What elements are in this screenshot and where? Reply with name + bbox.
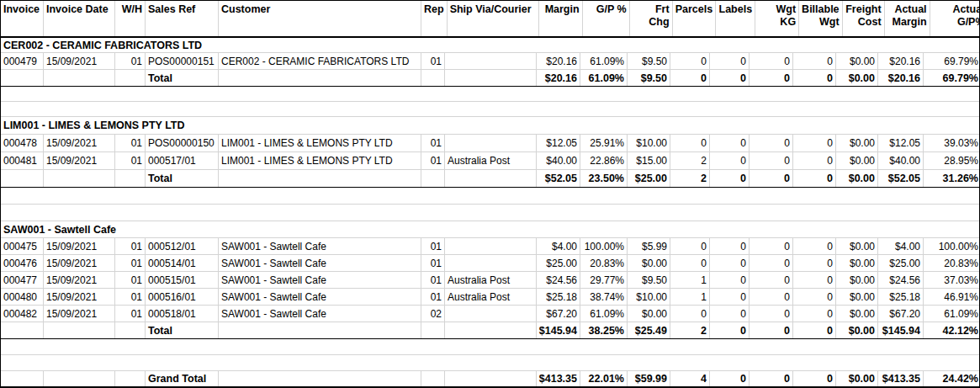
cell-rep[interactable]: [421, 371, 445, 386]
cell-invoice[interactable]: 000480: [1, 289, 44, 305]
cell-wgtkg[interactable]: 0: [750, 371, 793, 386]
cell-date[interactable]: 15/09/2021: [44, 53, 115, 69]
cell-actmargin[interactable]: $25.00: [878, 255, 924, 271]
cell-freight[interactable]: $0.00: [836, 53, 878, 69]
cell-shipvia[interactable]: [445, 255, 537, 271]
cell-wh[interactable]: 01: [115, 238, 146, 254]
cell-rep[interactable]: 01: [421, 238, 445, 254]
header-cell-shipvia[interactable]: Ship Via/Courier: [448, 1, 539, 36]
cell-billable[interactable]: 0: [793, 272, 836, 288]
cell-labels[interactable]: 0: [710, 306, 750, 322]
cell-actgp[interactable]: 24.42%: [924, 371, 980, 386]
cell-salesref[interactable]: 000518/01: [146, 306, 219, 322]
cell-billable[interactable]: 0: [793, 306, 836, 322]
cell-gp[interactable]: 20.83%: [580, 255, 628, 271]
cell-actmargin[interactable]: $24.56: [878, 272, 924, 288]
header-cell-billable[interactable]: Billable Wgt: [799, 1, 842, 36]
cell-rep[interactable]: [421, 322, 445, 338]
cell-invoice[interactable]: [1, 371, 44, 386]
cell-salesref[interactable]: 000517/01: [146, 152, 219, 169]
cell-parcels[interactable]: 0: [670, 238, 710, 254]
cell-freight[interactable]: $0.00: [836, 255, 878, 271]
cell-shipvia[interactable]: [445, 306, 537, 322]
cell-wgtkg[interactable]: 0: [750, 272, 793, 288]
cell-frtchg[interactable]: $0.00: [628, 255, 670, 271]
cell-invoice[interactable]: 000481: [1, 152, 44, 169]
header-cell-gp[interactable]: G/P %: [583, 1, 630, 36]
cell-wh[interactable]: [115, 371, 146, 386]
header-cell-actmargin[interactable]: Actual Margin: [885, 1, 930, 36]
cell-frtchg[interactable]: $10.00: [628, 135, 670, 151]
cell-actgp[interactable]: 20.83%: [924, 255, 980, 271]
cell-date[interactable]: 15/09/2021: [44, 152, 115, 169]
cell-customer[interactable]: SAW001 - Sawtell Cafe: [219, 238, 421, 254]
cell-actmargin[interactable]: $20.16: [878, 70, 924, 86]
cell-customer[interactable]: [219, 70, 421, 86]
cell-rep[interactable]: 01: [421, 255, 445, 271]
cell-invoice[interactable]: [1, 170, 44, 187]
cell-wgtkg[interactable]: 0: [750, 152, 793, 169]
header-cell-margin[interactable]: Margin: [539, 1, 583, 36]
cell-wh[interactable]: 01: [115, 289, 146, 305]
cell-salesref[interactable]: 000514/01: [146, 255, 219, 271]
cell-wh[interactable]: 01: [115, 53, 146, 69]
cell-actgp[interactable]: 46.91%: [924, 289, 980, 305]
cell-labels[interactable]: 0: [710, 170, 750, 187]
cell-frtchg[interactable]: $25.00: [628, 170, 670, 187]
cell-wh[interactable]: 01: [115, 272, 146, 288]
cell-gp[interactable]: 100.00%: [580, 238, 628, 254]
cell-billable[interactable]: 0: [793, 170, 836, 187]
cell-freight[interactable]: $0.00: [836, 238, 878, 254]
cell-date[interactable]: 15/09/2021: [44, 272, 115, 288]
cell-actmargin[interactable]: $145.94: [878, 322, 924, 338]
cell-customer[interactable]: [219, 322, 421, 338]
cell-date[interactable]: [44, 170, 115, 187]
cell-invoice[interactable]: 000478: [1, 135, 44, 151]
cell-shipvia[interactable]: [445, 70, 537, 86]
cell-salesref[interactable]: POS00000151: [146, 53, 219, 69]
cell-wgtkg[interactable]: 0: [750, 322, 793, 338]
cell-actgp[interactable]: 28.95%: [924, 152, 980, 169]
cell-labels[interactable]: 0: [710, 272, 750, 288]
cell-billable[interactable]: 0: [793, 371, 836, 386]
cell-frtchg[interactable]: $0.00: [628, 306, 670, 322]
group-header-label[interactable]: SAW001 - Sawtell Cafe: [1, 221, 979, 237]
cell-margin[interactable]: $20.16: [537, 53, 580, 69]
cell-labels[interactable]: 0: [710, 238, 750, 254]
cell-billable[interactable]: 0: [793, 70, 836, 86]
cell-date[interactable]: [44, 70, 115, 86]
cell-parcels[interactable]: 0: [670, 306, 710, 322]
cell-freight[interactable]: $0.00: [836, 70, 878, 86]
cell-salesref[interactable]: POS00000150: [146, 135, 219, 151]
cell-gp[interactable]: 22.86%: [580, 152, 628, 169]
cell-freight[interactable]: $0.00: [836, 306, 878, 322]
cell-actmargin[interactable]: $12.05: [878, 135, 924, 151]
cell-wgtkg[interactable]: 0: [750, 170, 793, 187]
group-header-label[interactable]: LIM001 - LIMES & LEMONS PTY LTD: [1, 117, 979, 134]
cell-billable[interactable]: 0: [793, 255, 836, 271]
cell-actgp[interactable]: 31.26%: [924, 170, 980, 187]
header-cell-labels[interactable]: Labels: [716, 1, 755, 36]
cell-wh[interactable]: 01: [115, 306, 146, 322]
cell-date[interactable]: [44, 322, 115, 338]
cell-actgp[interactable]: 69.79%: [924, 70, 980, 86]
cell-rep[interactable]: 01: [421, 53, 445, 69]
cell-labels[interactable]: 0: [710, 255, 750, 271]
cell-customer[interactable]: [219, 170, 421, 187]
cell-margin[interactable]: $145.94: [537, 322, 580, 338]
cell-gp[interactable]: 61.09%: [580, 53, 628, 69]
cell-frtchg[interactable]: $9.50: [628, 272, 670, 288]
cell-actgp[interactable]: 39.03%: [924, 135, 980, 151]
cell-rep[interactable]: [421, 170, 445, 187]
cell-shipvia[interactable]: [445, 238, 537, 254]
cell-margin[interactable]: $20.16: [537, 70, 580, 86]
cell-gp[interactable]: 29.77%: [580, 272, 628, 288]
cell-actmargin[interactable]: $67.20: [878, 306, 924, 322]
cell-customer[interactable]: SAW001 - Sawtell Cafe: [219, 255, 421, 271]
cell-margin[interactable]: $4.00: [537, 238, 580, 254]
header-cell-salesref[interactable]: Sales Ref: [146, 1, 219, 36]
cell-wh[interactable]: 01: [115, 135, 146, 151]
header-cell-parcels[interactable]: Parcels: [673, 1, 716, 36]
cell-margin[interactable]: $67.20: [537, 306, 580, 322]
cell-frtchg[interactable]: $25.49: [628, 322, 670, 338]
